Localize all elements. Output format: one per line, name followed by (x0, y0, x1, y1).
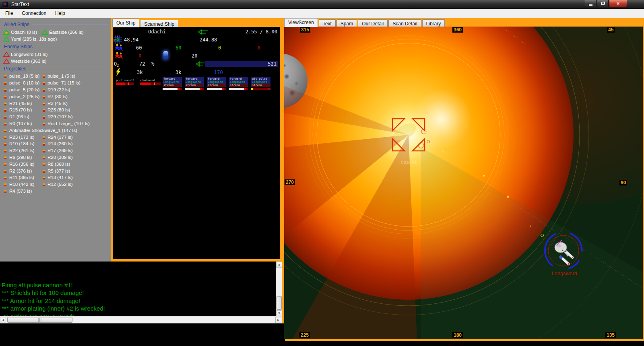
projectile-icon (4, 150, 6, 152)
ship-panel-tab[interactable]: Scanned Ship (140, 20, 178, 27)
projectile-icon (4, 143, 6, 146)
projectile-item[interactable]: R15 (70 ls) (3, 107, 41, 112)
viewscreen-tab[interactable]: Our Detail (358, 19, 388, 27)
sensor-sector (421, 147, 643, 339)
projectile-label: pulse_2 (25 ls) (9, 94, 39, 99)
enemy-ship-icon (3, 58, 10, 64)
projectile-icon (43, 116, 45, 119)
menu-help[interactable]: Help (52, 9, 69, 17)
projectile-icon (43, 123, 45, 126)
projectile-item[interactable]: R25 (80 ls) (41, 107, 109, 112)
scroll-up-button[interactable]: ▲ (276, 262, 282, 268)
allied-ship-item[interactable]: Yumi (285 ls, 18s ago) (3, 36, 41, 42)
message-console[interactable]: Firing aft pulse cannon #1!*** Shields h… (0, 262, 282, 316)
enemy-ship-item[interactable]: Westside (363 ls) (3, 58, 109, 64)
scroll-right-button[interactable]: ► (275, 317, 281, 323)
projectile-item[interactable]: R6 (298 ls) (3, 155, 41, 160)
projectile-item[interactable]: R24 (177 ls) (41, 135, 109, 140)
viewscreen-tab[interactable]: Library (422, 19, 445, 27)
viewscreen-tab[interactable]: Scan Detail (388, 19, 421, 27)
ship-status-display: Odachi 2.55 / 8.00 y x 48,94 244.88 (113, 27, 280, 259)
allied-ship-item[interactable]: Eastside (266 ls) (41, 29, 109, 35)
weapon-component[interactable]: forward Longsword stream (185, 77, 204, 90)
projectile-item[interactable]: R8 (360 ls) (41, 162, 109, 167)
projectile-item[interactable]: R3 (45 ls) (41, 101, 109, 106)
console-vertical-scrollbar[interactable]: ▲ ▼ (276, 262, 282, 316)
projectile-item[interactable]: R16 (356 ls) (3, 162, 41, 167)
projectile-item[interactable]: pulse_1 (5 ls) (41, 74, 109, 78)
minimize-button[interactable] (585, 0, 597, 7)
projectile-label: R15 (70 ls) (9, 107, 32, 112)
nacelle-component[interactable]: starboard (140, 79, 161, 85)
title-bar: StarText × (0, 0, 644, 9)
projectile-item[interactable]: Roid-Large_ (107 ls) (41, 121, 109, 126)
projectile-item[interactable]: pulse_2 (25 ls) (3, 94, 41, 99)
horizontal-scroll-thumb[interactable]: ||| (7, 317, 72, 323)
allied-ship-item[interactable]: Odachi (0 ls) (3, 29, 41, 35)
projectile-icon (43, 103, 45, 105)
projectile-item[interactable]: R21 (45 ls) (3, 101, 41, 106)
projectile-item[interactable]: R20 (309 ls) (41, 155, 109, 160)
course-line (502, 27, 526, 45)
nacelle-component[interactable]: port nacelle (116, 79, 134, 85)
projectile-label: pulse_71 (15 ls) (47, 80, 80, 85)
projectile-item[interactable]: pulse_18 (5 ls) (3, 74, 41, 78)
weapon-component[interactable]: forward Longsword stream (163, 77, 182, 90)
projectile-icon (4, 96, 6, 99)
projectile-item[interactable]: pulse_5 (20 ls) (3, 87, 41, 92)
enemy-ship-label: Westside (363 ls) (11, 59, 47, 64)
viewscreen-tab[interactable]: Text (319, 19, 336, 27)
projectile-item[interactable]: R22 (261 ls) (3, 148, 41, 153)
projectile-item[interactable]: R0 (107 ls) (3, 121, 41, 126)
scroll-left-button[interactable]: ◄ (0, 317, 6, 323)
weapon-component[interactable]: forward Longsword stream (229, 77, 248, 90)
projectile-item[interactable]: R23 (173 ls) (3, 135, 41, 140)
projectile-item[interactable]: Antimatter Shockwave_1 (147 ls) (3, 128, 109, 133)
projectile-item[interactable]: R7 (30 ls) (41, 94, 109, 99)
crew-healthy: 60 (175, 45, 181, 51)
reserve-value: 521 (268, 61, 277, 67)
scroll-down-button[interactable]: ▼ (276, 310, 282, 316)
heading-arrow-icon (198, 29, 208, 35)
projectile-item[interactable]: R5 (377 ls) (41, 169, 109, 173)
projectile-item[interactable]: R29 (107 ls) (41, 114, 109, 119)
projectile-label: R19 (22 ls) (47, 87, 70, 92)
viewscreen-tab[interactable]: ViewScreen (284, 18, 318, 27)
projectile-item[interactable]: R13 (417 ls) (41, 175, 109, 180)
header-rule (29, 69, 108, 69)
nacelle-list: port nacelle starboard (116, 77, 163, 85)
command-input-box[interactable] (0, 323, 285, 346)
restore-button[interactable] (597, 0, 609, 7)
projectile-item[interactable]: R14 (260 ls) (41, 141, 109, 146)
close-button[interactable]: × (609, 0, 627, 7)
projectile-item[interactable]: R19 (22 ls) (41, 87, 109, 92)
projectiles-list: pulse_18 (5 ls) pulse_1 (5 ls) pulse_0 (… (3, 73, 109, 194)
projectile-item[interactable]: R12 (552 ls) (41, 182, 109, 187)
viewscreen-display[interactable]: Odachi Longsword 315 360 45 270 90 225 1… (284, 27, 643, 339)
projectile-item[interactable]: pulse_71 (15 ls) (41, 80, 109, 85)
weapon-component[interactable]: aft pulse Longsword stream (251, 77, 270, 90)
projectile-icon (4, 89, 6, 92)
projectile-label: R22 (261 ls) (9, 148, 35, 153)
projectile-label: R11 (385 ls) (9, 175, 34, 180)
vertical-scroll-thumb[interactable] (277, 296, 282, 310)
weapon-component[interactable]: forward Longsword stream (207, 77, 226, 90)
projectile-item[interactable]: R4 (573 ls) (3, 189, 41, 194)
projectile-item[interactable]: R1 (93 ls) (3, 114, 41, 119)
menu-connection[interactable]: Connection (18, 9, 50, 17)
console-horizontal-scrollbar[interactable]: ◄ ||| ► (0, 316, 282, 323)
projectile-item[interactable]: R18 (442 ls) (3, 182, 41, 187)
header-rule (35, 47, 108, 47)
projectile-label: R7 (30 ls) (47, 94, 68, 99)
projectile-item[interactable]: R10 (184 ls) (3, 141, 41, 146)
projectile-item[interactable]: R11 (385 ls) (3, 175, 41, 180)
viewscreen-tab[interactable]: Spam (336, 19, 357, 27)
menu-file[interactable]: File (2, 9, 17, 17)
weapon-name: forward (186, 77, 203, 80)
enemy-ship-item[interactable]: Longsword (31 ls) (3, 51, 109, 57)
projectile-item[interactable]: R17 (269 ls) (41, 148, 109, 153)
ship-panel-tab[interactable]: Our Ship (112, 19, 139, 27)
projectile-item[interactable]: R2 (376 ls) (3, 169, 41, 173)
projectile-item[interactable]: pulse_0 (10 ls) (3, 80, 41, 85)
nacelle-health-bar (140, 82, 161, 85)
